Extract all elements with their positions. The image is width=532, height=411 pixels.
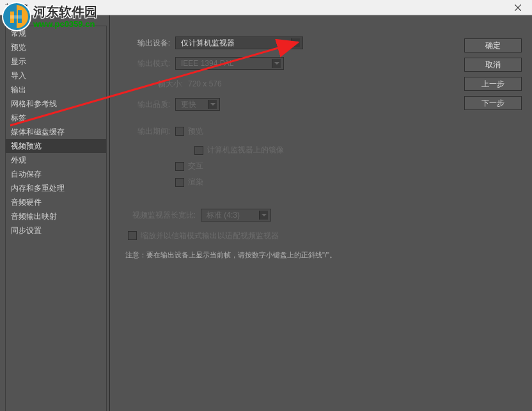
sidebar: 常规 预览 显示 导入 输出 网格和参考线 标签 媒体和磁盘缓存 视频预览 外观… (0, 15, 110, 411)
sidebar-item-audio-hw[interactable]: 音频硬件 (6, 195, 106, 209)
svg-rect-3 (10, 15, 22, 19)
sidebar-item-appearance[interactable]: 外观 (6, 153, 106, 167)
content-panel: 确定 取消 上一步 下一步 输出设备: 仅计算机监视器 输出模式: IEEE 1… (110, 15, 532, 411)
sidebar-item-grid[interactable]: 网格和参考线 (6, 97, 106, 111)
interact-checkbox (175, 162, 184, 171)
prev-button[interactable]: 上一步 (464, 77, 522, 91)
watermark-logo (1, 1, 32, 34)
render-checkbox-label: 渲染 (188, 177, 203, 188)
frame-size-label: 帧大小: (125, 79, 183, 90)
preview-checkbox-label: 预览 (188, 126, 203, 137)
letterbox-checkbox-label: 缩放并以信箱模式输出以适配视频监视器 (141, 230, 279, 241)
watermark-url: www.pc0359.cn (33, 19, 95, 29)
cancel-button[interactable]: 取消 (464, 58, 522, 72)
sidebar-item-memory[interactable]: 内存和多重处理 (6, 181, 106, 195)
sidebar-item-preview[interactable]: 预览 (6, 40, 106, 54)
output-mode-label: 输出模式: (125, 58, 170, 69)
chevron-down-icon (272, 59, 281, 68)
chevron-down-icon (208, 100, 217, 109)
preview-checkbox (175, 127, 184, 136)
aspect-label: 视频监视器长宽比: (125, 210, 196, 221)
output-quality-label: 输出品质: (125, 99, 170, 110)
sidebar-item-video-preview[interactable]: 视频预览 (6, 139, 106, 153)
output-device-label: 输出设备: (125, 38, 170, 49)
sidebar-item-labels[interactable]: 标签 (6, 111, 106, 125)
interact-checkbox-label: 交互 (188, 161, 203, 172)
render-checkbox (175, 178, 184, 187)
sidebar-item-autosave[interactable]: 自动保存 (6, 167, 106, 181)
note-text: 注意：要在输出设备上显示当前帧，请按数字小键盘上的正斜线"/"。 (125, 250, 522, 260)
mirror-checkbox (194, 146, 203, 155)
output-mode-dropdown: IEEE 1394 PAL (175, 57, 284, 70)
sidebar-item-import[interactable]: 导入 (6, 68, 106, 83)
frame-size-value: 720 x 576 (188, 79, 222, 88)
chevron-down-icon (291, 38, 300, 47)
letterbox-checkbox (128, 231, 137, 240)
ok-button[interactable]: 确定 (464, 38, 522, 52)
mirror-checkbox-label: 计算机监视器上的镜像 (207, 145, 284, 156)
output-during-label: 输出期间: (125, 126, 170, 137)
sidebar-item-output[interactable]: 输出 (6, 83, 106, 97)
close-icon (515, 4, 521, 11)
sidebar-item-media-cache[interactable]: 媒体和磁盘缓存 (6, 125, 106, 139)
sidebar-item-display[interactable]: 显示 (6, 54, 106, 68)
output-quality-dropdown: 更快 (175, 98, 220, 111)
output-device-dropdown[interactable]: 仅计算机监视器 (175, 36, 303, 49)
aspect-dropdown: 标准 (4:3) (201, 209, 271, 222)
chevron-down-icon (259, 211, 268, 220)
sidebar-item-audio-out[interactable]: 音频输出映射 (6, 209, 106, 223)
next-button[interactable]: 下一步 (464, 96, 522, 110)
watermark-text: 河东软件园 (33, 3, 97, 20)
close-button[interactable] (503, 0, 532, 15)
sidebar-item-sync[interactable]: 同步设置 (6, 223, 106, 238)
